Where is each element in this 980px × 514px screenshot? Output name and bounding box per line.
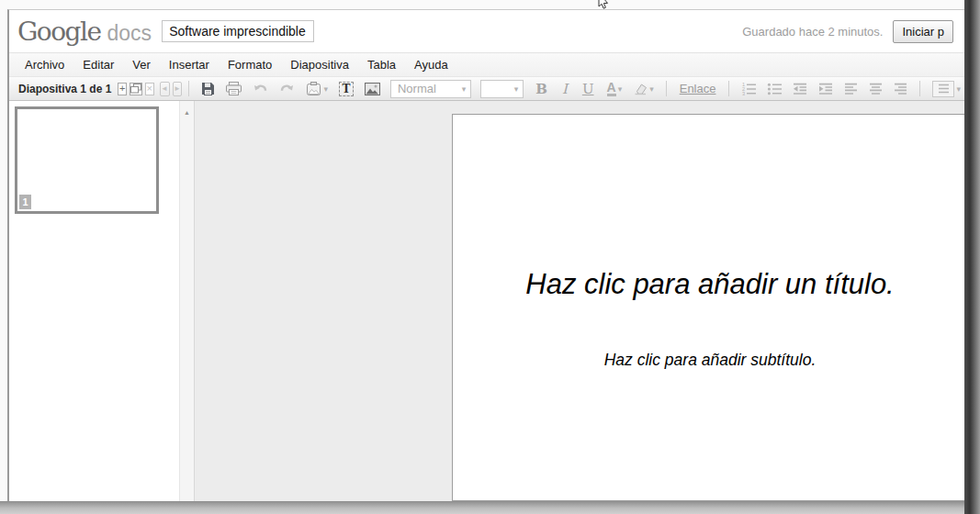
menu-insertar[interactable]: Insertar xyxy=(160,58,219,72)
indent-icon xyxy=(818,83,833,95)
close-icon: × xyxy=(147,84,152,94)
delete-slide-button[interactable]: × xyxy=(145,83,154,95)
slide-thumbnail[interactable]: 1 xyxy=(15,106,159,214)
chevron-down-icon: ▾ xyxy=(618,84,623,94)
toolbar-separator xyxy=(728,81,729,96)
outdent-button[interactable] xyxy=(793,83,807,95)
redo-button[interactable] xyxy=(279,83,295,95)
save-status-text: Guardado hace 2 minutos. xyxy=(742,25,883,39)
line-spacing-dropdown[interactable]: ▾ xyxy=(932,81,961,97)
align-right-icon xyxy=(894,83,907,95)
outdent-icon xyxy=(793,83,807,95)
save-icon xyxy=(201,82,215,95)
insert-text-button[interactable]: T xyxy=(339,82,354,96)
text-color-button[interactable]: A ▾ xyxy=(607,81,623,97)
save-button[interactable] xyxy=(201,82,215,95)
slide-title-placeholder[interactable]: Haz clic para añadir un título. xyxy=(453,268,966,301)
toolbar: Diapositiva 1 de 1 + × ◄ ► xyxy=(9,76,966,101)
sidebar-scrollbar[interactable]: ▲ xyxy=(179,101,195,502)
slide-counter: Diapositiva 1 de 1 xyxy=(18,83,111,95)
slide-number-badge: 1 xyxy=(19,195,31,209)
font-size-dropdown[interactable]: ▾ xyxy=(480,80,524,98)
window-bottom-shadow xyxy=(0,501,980,514)
style-dropdown-value: Normal xyxy=(398,82,460,95)
header-right: Guardado hace 2 minutos. Iniciar p xyxy=(742,20,966,43)
toolbar-separator xyxy=(188,81,189,96)
menu-tabla[interactable]: Tabla xyxy=(358,58,405,72)
plus-icon: + xyxy=(119,84,125,94)
mouse-cursor xyxy=(597,0,610,12)
bold-button[interactable]: B xyxy=(535,81,547,97)
logo-google-text: Google xyxy=(17,17,101,47)
slide-editing-surface[interactable]: Haz clic para añadir un título. Haz clic… xyxy=(452,114,966,501)
chevron-down-icon: ▾ xyxy=(462,84,467,94)
insert-image-button[interactable] xyxy=(365,83,380,95)
screen: Google docs Guardado hace 2 minutos. Ini… xyxy=(0,0,980,514)
theme-icon xyxy=(306,82,321,96)
start-presentation-button[interactable]: Iniciar p xyxy=(893,20,953,43)
text-color-icon: A xyxy=(607,81,616,97)
menu-ayuda[interactable]: Ayuda xyxy=(405,58,457,72)
paragraph-style-dropdown[interactable]: Normal ▾ xyxy=(390,80,471,98)
line-spacing-icon xyxy=(938,84,950,94)
scroll-up-icon[interactable]: ▲ xyxy=(184,109,190,502)
chevron-down-icon: ▾ xyxy=(323,84,328,94)
print-icon xyxy=(226,82,242,95)
menu-archivo[interactable]: Archivo xyxy=(16,58,73,72)
numbered-list-button[interactable]: 123 xyxy=(741,83,756,95)
undo-icon xyxy=(253,83,268,95)
align-center-button[interactable] xyxy=(869,83,883,95)
slide-thumbnail-panel: 1 xyxy=(9,101,179,502)
menubar: Archivo Editar Ver Insertar Formato Diap… xyxy=(9,52,966,76)
print-button[interactable] xyxy=(226,82,242,95)
bullet-list-button[interactable] xyxy=(767,83,782,95)
google-docs-window: Google docs Guardado hace 2 minutos. Ini… xyxy=(7,9,966,502)
google-docs-logo[interactable]: Google docs xyxy=(17,17,152,47)
next-slide-button[interactable]: ► xyxy=(173,82,183,96)
eraser-icon xyxy=(633,83,648,95)
logo-docs-text: docs xyxy=(107,21,152,46)
image-icon xyxy=(365,83,380,95)
toolbar-separator xyxy=(666,81,667,96)
highlight-color-button[interactable]: ▾ xyxy=(633,83,654,95)
toolbar-separator xyxy=(919,81,920,96)
menu-diapositiva[interactable]: Diapositiva xyxy=(281,58,358,72)
italic-button[interactable]: I xyxy=(562,81,568,97)
duplicate-icon xyxy=(130,84,141,94)
arrow-left-icon: ◄ xyxy=(161,84,168,93)
undo-button[interactable] xyxy=(253,83,268,95)
chevron-down-icon: ▾ xyxy=(514,84,519,94)
change-theme-button[interactable]: ▾ xyxy=(306,82,328,96)
svg-text:3: 3 xyxy=(742,90,745,95)
previous-slide-button[interactable]: ◄ xyxy=(160,82,170,96)
slide-subtitle-placeholder[interactable]: Haz clic para añadir subtítulo. xyxy=(453,351,966,370)
editor-canvas: Haz clic para añadir un título. Haz clic… xyxy=(195,101,966,502)
menu-editar[interactable]: Editar xyxy=(73,58,123,72)
window-right-shadow xyxy=(964,0,980,514)
numbered-list-icon: 123 xyxy=(741,83,756,95)
underline-button[interactable]: U xyxy=(582,81,594,97)
text-icon: T xyxy=(342,83,350,95)
indent-button[interactable] xyxy=(818,83,833,95)
chevron-down-icon: ▾ xyxy=(649,84,654,94)
content-area: 1 ▲ Haz clic para añadir un título. Haz … xyxy=(9,101,966,502)
header-bar: Google docs Guardado hace 2 minutos. Ini… xyxy=(9,10,966,52)
align-left-button[interactable] xyxy=(844,83,858,95)
insert-link-button[interactable]: Enlace xyxy=(680,82,716,95)
align-center-icon xyxy=(869,83,883,95)
bullet-list-icon xyxy=(767,83,782,95)
new-slide-button[interactable]: + xyxy=(118,83,127,95)
duplicate-slide-button[interactable] xyxy=(130,83,142,95)
redo-icon xyxy=(279,83,295,95)
chevron-down-icon: ▾ xyxy=(956,84,961,94)
menu-formato[interactable]: Formato xyxy=(219,58,281,72)
arrow-right-icon: ► xyxy=(174,84,181,93)
align-right-button[interactable] xyxy=(894,83,907,95)
align-left-icon xyxy=(844,83,858,95)
menu-ver[interactable]: Ver xyxy=(123,58,160,72)
document-title-input[interactable] xyxy=(162,20,314,42)
